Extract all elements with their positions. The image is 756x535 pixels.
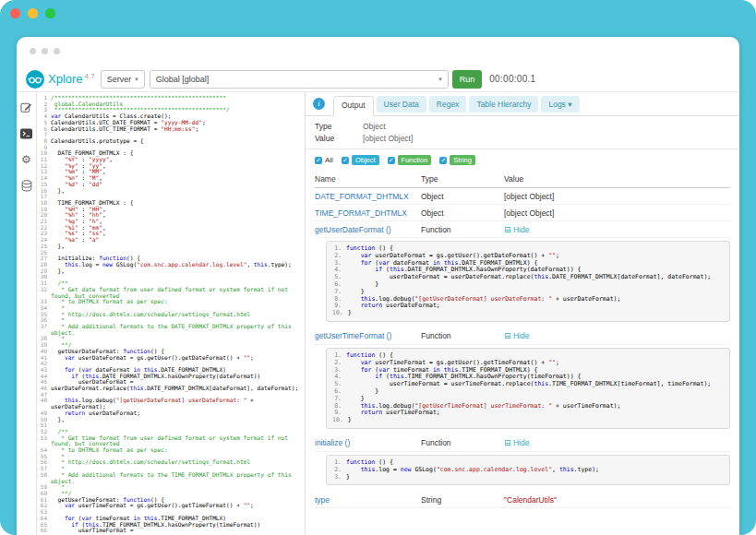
line-code: * http://docs.dhtmlx.com/scheduler/setti… [51,459,305,466]
checkbox-checked-icon[interactable]: ✓ [388,157,395,164]
hide-toggle-link[interactable]: ⊟ Hide [504,225,529,234]
line-code: "%d" : "dd" [51,182,305,188]
line-code: userTimeFormat = [51,528,305,534]
column-header-name: Name [315,174,421,184]
result-name-link[interactable]: initialize () [315,438,421,447]
output-panel: i OutputUser DataRegexTable HierarchyLog… [306,92,739,535]
info-icon[interactable]: i [313,98,325,110]
filter-object[interactable]: ✓Object [342,155,379,165]
app-name: Xplore [48,72,83,86]
line-code: this.log = new GSLog("com.snc.app.calend… [51,262,305,268]
results-header-row: Name Type Value [315,171,730,188]
editor-line: 62 var userTimeFormat = gs.getUser().get… [37,503,305,509]
filter-label: Object [352,155,379,165]
result-name-link[interactable]: type [315,495,421,505]
line-code: CalendarUtils.UTC_TIME_FORMAT = "HH:mm:s… [51,126,305,133]
scope-dropdown[interactable]: Global [global] ▾ [150,70,449,89]
chevron-down-icon: ▾ [438,76,442,83]
hide-toggle-link[interactable]: ⊟ Hide [504,331,529,340]
result-type: Function [421,331,504,340]
collapse-icon: ⊟ [504,225,511,234]
summary-value-label: Value [315,133,363,145]
editor-line: 51 [37,422,305,429]
tab-table-hierarchy[interactable]: Table Hierarchy [469,96,538,113]
tab-logs[interactable]: Logs ▾ [541,96,579,113]
checkbox-checked-icon[interactable]: ✓ [342,157,349,164]
source-code: this.log = new GSLog("com.snc.app.calend… [346,467,599,474]
source-line: 6. } [332,281,724,289]
summary-type-value: Object [363,121,386,133]
close-window-icon[interactable] [10,8,20,18]
tab-output[interactable]: Output [333,96,374,116]
result-row: getUserDateFormat ()Function⊟ Hide [315,221,730,238]
result-type: Function [421,438,504,447]
checkbox-checked-icon[interactable]: ✓ [439,157,447,164]
hide-toggle-link[interactable]: ⊟ Hide [504,438,529,447]
filter-string[interactable]: ✓String [439,155,475,165]
terminal-icon[interactable] [20,128,32,139]
column-header-type: Type [421,174,504,184]
chevron-down-icon: ▾ [135,76,138,83]
editor-line: 37 * Add additional formats to the DATE_… [37,324,305,336]
checkbox-checked-icon[interactable]: ✓ [315,157,322,164]
source-line: 10.} [332,417,724,424]
filter-label: String [450,155,475,165]
inner-close-icon [30,48,36,54]
tab-regex[interactable]: Regex [429,96,467,113]
line-number: 66 [37,528,51,534]
filter-label: Function [398,155,432,165]
inner-minimize-icon [42,48,48,54]
editor-line: 29 }, [37,268,305,275]
line-code: * Get date format from user defined form… [51,287,305,299]
result-value: "CalendarUtils" [504,495,730,505]
source-code: } [346,474,350,482]
result-type: String [421,495,504,505]
function-source-block: 1.function () {2. var userTimeFormat = g… [326,348,730,429]
line-code: }, [51,188,305,195]
line-code: * to DHTMLX format as per spec: [51,447,305,454]
line-code [51,274,305,280]
editor-line: 58 * Add additional formats to the TIME_… [37,472,305,484]
xplore-logo [26,70,44,89]
editor-line: 33 * to DHTMLX format as per spec: [37,299,305,305]
result-row: getUserTimeFormat ()Function⊟ Hide [315,328,730,345]
result-row: initialize ()Function⊟ Hide [315,435,730,452]
filter-function[interactable]: ✓Function [388,155,432,165]
editor-line: 48 this.log.debug("[getUserDateFormat] u… [37,398,305,410]
minimize-window-icon[interactable] [28,8,38,18]
filter-all[interactable]: ✓All [315,156,333,164]
server-dropdown[interactable]: Server ▾ [101,70,145,89]
function-source-block: 1.function () {2. var userDateFormat = g… [326,241,730,322]
source-code: return userDateFormat; [346,303,440,310]
result-name-link[interactable]: DATE_FORMAT_DHTMLX [315,192,421,201]
server-dropdown-label: Server [107,75,132,84]
traffic-lights [10,8,55,18]
browser-window: Xplore 4.7 Server ▾ Global [global] ▾ Ru… [17,37,739,535]
editor-line: 56 * http://docs.dhtmlx.com/scheduler/se… [37,459,305,466]
result-name-link[interactable]: getUserTimeFormat () [315,331,421,340]
maximize-window-icon[interactable] [45,8,55,18]
result-name-link[interactable]: getUserDateFormat () [315,225,421,234]
code-editor[interactable]: 1/**************************************… [37,92,306,535]
run-button[interactable]: Run [452,70,483,89]
source-line-number: 10. [332,417,348,424]
source-line-number: 10. [332,310,348,317]
line-code [51,422,305,429]
editor-line: 6CalendarUtils.UTC_TIME_FORMAT = "HH:mm:… [37,126,305,133]
filter-label: All [325,156,333,164]
source-line: 2. this.log = new GSLog("com.snc.app.cal… [332,467,724,474]
tab-user-data[interactable]: User Data [377,96,426,113]
result-name-link[interactable]: TIME_FORMAT_DHTMLX [315,208,421,218]
line-code: return userDateFormat; [51,410,305,417]
database-icon[interactable] [21,180,32,192]
inner-maximize-icon [54,48,60,54]
line-number: 53 [37,435,51,447]
source-code: userTimeFormat = userTimeFormat.replace(… [346,381,711,388]
compose-icon[interactable] [20,101,32,113]
editor-line: 32 * Get date format from user defined f… [37,287,305,299]
summary-value-value: [object Object] [363,133,413,145]
result-type: Object [421,192,504,201]
line-code: }, [51,244,305,250]
gear-icon[interactable]: ⚙ [21,154,31,165]
editor-line: 53 * Get time format from user defined f… [37,435,305,447]
